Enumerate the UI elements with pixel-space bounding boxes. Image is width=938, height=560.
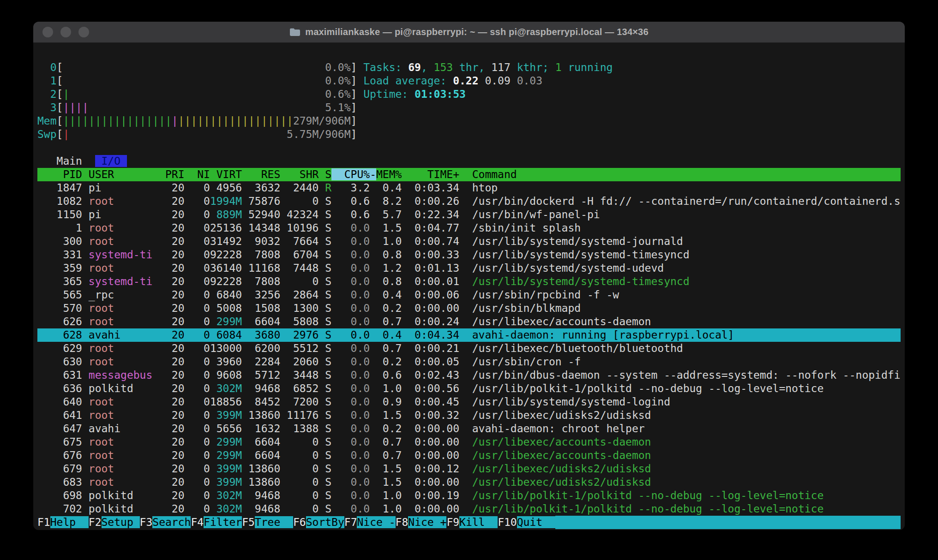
gap [370, 503, 376, 515]
cpu2-meter-value: 0.6% [325, 88, 350, 100]
close-button[interactable] [42, 27, 53, 37]
process-row[interactable]: 628 avahi 20 0 6084 3680 2976 S 0.0 0.4 … [37, 328, 901, 342]
process-row[interactable]: 570 root 20 0 5008 1508 1300 S 0.0 0.2 0… [37, 302, 901, 315]
tab-main[interactable]: Main [57, 155, 82, 167]
fkey-f3-button[interactable]: F3Search [140, 516, 191, 529]
process-row[interactable]: 565 _rpc 20 0 6840 3256 2864 S 0.0 0.4 0… [37, 288, 901, 302]
cpu-cell: 0.0 [331, 436, 370, 448]
col-ni-header[interactable]: NI [185, 168, 210, 180]
col-virt-header[interactable]: VIRT [210, 168, 242, 180]
process-row[interactable]: 675 root 20 0 299M 6604 0 S 0.0 0.7 0:00… [37, 435, 901, 449]
pri-cell: 20 [165, 302, 185, 314]
ni-cell: 0 [185, 396, 210, 408]
process-row[interactable]: 631 messagebus 20 0 9608 5712 3448 S 0.0… [37, 369, 901, 382]
res-cell: 7808 [242, 249, 280, 261]
process-row[interactable]: 629 root 20 013000 6200 5512 S 0.0 0.7 0… [37, 342, 901, 355]
cpu3-meter-value: 5.1% [325, 101, 350, 113]
cpu1-meter-open-bracket: [ [57, 75, 63, 87]
fkey-f1-button[interactable]: F1Help [37, 516, 89, 529]
col-pri-header[interactable]: PRI [165, 168, 185, 180]
process-row[interactable]: 676 root 20 0 299M 6604 0 S 0.0 0.7 0:00… [37, 449, 901, 462]
pri-cell: 20 [165, 209, 185, 220]
fkey-f8-button[interactable]: F8Nice + [396, 516, 447, 529]
col-s-header[interactable]: S [319, 168, 331, 180]
user-cell: avahi [89, 423, 165, 435]
cpu0-meter-value: 0.0% [325, 61, 350, 73]
process-row[interactable]: 1150 pi 20 0 889M 52940 42324 S 0.6 5.7 … [37, 208, 901, 221]
cpu-cell: 0.0 [331, 382, 370, 394]
state-cell: S [319, 289, 331, 301]
zoom-button[interactable] [78, 27, 89, 37]
fkey-f9-button[interactable]: F9Kill [446, 516, 498, 529]
process-row[interactable]: 359 root 20 036140 11168 7448 S 0.0 1.2 … [37, 262, 901, 275]
uptime: Uptime: [363, 88, 415, 100]
process-row[interactable]: 679 root 20 0 399M 13860 0 S 0.0 1.5 0:0… [37, 462, 901, 476]
pri-cell: 20 [165, 195, 185, 207]
col-res-header[interactable]: RES [242, 168, 280, 180]
minimize-button[interactable] [60, 27, 71, 37]
fkey-f10-button[interactable]: F10Quit [498, 516, 555, 529]
time-cell: 0:02.43 [402, 369, 459, 381]
res-cell: 6604 [242, 316, 280, 328]
res-cell: 6200 [242, 342, 280, 354]
pid-cell: 641 [37, 409, 82, 421]
gap [82, 409, 89, 421]
command-cell: /usr/libexec/bluetooth/bluetoothd [472, 342, 683, 354]
blank [37, 142, 44, 154]
res-cell: 9468 [242, 489, 280, 501]
mem-cell: 5.7 [376, 209, 402, 220]
process-row[interactable]: 641 root 20 0 399M 13860 11176 S 0.0 1.5… [37, 409, 901, 422]
process-row[interactable]: 1847 pi 20 0 4956 3632 2440 R 3.2 0.4 0:… [37, 181, 901, 195]
col-mem-header[interactable]: MEM% [376, 168, 402, 180]
process-row[interactable]: 1 root 20 025136 14348 10196 S 0.0 1.5 0… [37, 221, 901, 235]
process-row[interactable]: 630 root 20 0 3960 2284 2060 S 0.0 0.2 0… [37, 355, 901, 369]
process-row[interactable]: 640 root 20 018856 8452 7200 S 0.0 0.9 0… [37, 395, 901, 409]
process-row[interactable]: 702 polkitd 20 0 302M 9468 0 S 0.0 1.0 0… [37, 502, 901, 516]
command-cell: /usr/bin/dockerd -H fd:// --containerd=/… [472, 195, 901, 207]
process-row[interactable]: 647 avahi 20 0 5656 1632 1388 S 0.0 0.2 … [37, 422, 901, 435]
ni-cell: 0 [185, 382, 210, 394]
pri-cell: 20 [165, 503, 185, 515]
user-cell: pi [89, 209, 165, 220]
user-cell: root [89, 262, 165, 274]
cpu1-meter-label: 1 [37, 75, 57, 87]
col-shr-header[interactable]: SHR [280, 168, 319, 180]
cpu-cell: 0.0 [331, 396, 370, 408]
col-cpu-header-sorted[interactable]: CPU%- [331, 168, 376, 180]
fkey-f6-button[interactable]: F6SortBy [293, 516, 344, 529]
shr-cell: 0 [280, 449, 319, 461]
time-cell: 0:04.77 [402, 222, 459, 234]
col-pid-header[interactable]: PID [37, 168, 82, 180]
mem-cell: 0.2 [376, 423, 402, 435]
process-row[interactable]: 636 polkitd 20 0 302M 9468 6852 S 0.0 1.… [37, 382, 901, 395]
fkey-number: F8 [396, 516, 409, 528]
tab-io[interactable]: I/O [95, 155, 127, 167]
terminal-content[interactable]: 0[ 0.0%] Tasks: 69, 153 thr, 117 kthr; 1… [33, 43, 905, 530]
ni-cell: 0 [185, 289, 210, 301]
process-row[interactable]: 300 root 20 031492 9032 7664 S 0.0 1.0 0… [37, 235, 901, 248]
process-row[interactable]: 683 root 20 0 399M 13860 0 S 0.0 1.5 0:0… [37, 476, 901, 489]
process-row[interactable]: 1082 root 20 01994M 75876 0 S 0.6 8.2 0:… [37, 195, 901, 208]
gap [82, 436, 89, 448]
process-row[interactable]: 626 root 20 0 299M 6604 5808 S 0.0 0.7 0… [37, 315, 901, 328]
process-row[interactable]: 698 polkitd 20 0 302M 9468 0 S 0.0 1.0 0… [37, 489, 901, 502]
process-row[interactable]: 331 systemd-ti 20 092228 7808 6704 S 0.0… [37, 248, 901, 262]
fkey-f5-button[interactable]: F5Tree [242, 516, 293, 529]
fkey-f4-button[interactable]: F4Filter [191, 516, 242, 529]
process-row[interactable]: 365 systemd-ti 20 092228 7808 0 S 0.0 0.… [37, 275, 901, 288]
command-cell: htop [472, 182, 498, 194]
shr-cell: 10196 [280, 222, 319, 234]
col-command-header[interactable]: Command [459, 168, 517, 180]
traffic-lights [42, 22, 89, 42]
fkey-f7-button[interactable]: F7Nice - [344, 516, 396, 529]
window-titlebar[interactable]: maximiliankaske — pi@raspberrypi: ~ — ss… [33, 22, 905, 43]
ni-cell: 0 [185, 342, 210, 354]
mem-cell: 1.5 [376, 476, 402, 488]
mem-cell: 8.2 [376, 195, 402, 207]
col-user-header[interactable]: USER [89, 168, 165, 180]
gap [37, 155, 57, 167]
fkey-f2-button[interactable]: F2Setup [89, 516, 140, 529]
col-time-header[interactable]: TIME+ [402, 168, 459, 180]
mem-cell: 1.5 [376, 409, 402, 421]
pid-cell: 702 [37, 503, 82, 515]
